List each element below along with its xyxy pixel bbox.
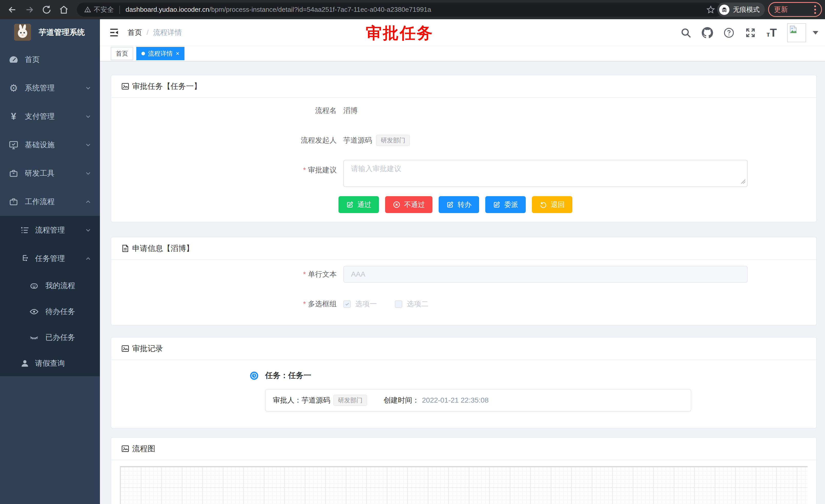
process-name-label: 流程名: [111, 100, 336, 121]
sidebar-item-label: 我的流程: [45, 281, 75, 291]
process-name-value: 滔博: [343, 106, 358, 115]
transfer-button[interactable]: 转办: [439, 196, 479, 213]
edit-icon: [493, 201, 501, 208]
avatar-dropdown-caret[interactable]: [813, 31, 818, 34]
breadcrumb-current: 流程详情: [153, 28, 182, 37]
sidebar-item-home[interactable]: 首页: [0, 45, 100, 74]
browser-forward-icon[interactable]: [24, 5, 34, 15]
security-label: 不安全: [94, 5, 114, 14]
sidebar-item-label: 待办任务: [45, 307, 75, 317]
sidebar-item-leave-query[interactable]: 请假查询: [0, 350, 100, 376]
incognito-badge: 无痕模式: [717, 3, 765, 17]
search-icon[interactable]: [680, 27, 691, 38]
chevron-down-icon: [85, 170, 92, 177]
broken-image-icon: [789, 25, 798, 34]
navbar-actions: тT: [680, 19, 818, 46]
sidebar-item-devtools[interactable]: 研发工具: [0, 159, 100, 187]
dept-tag: 研发部门: [376, 135, 410, 146]
breadcrumb-home[interactable]: 首页: [128, 28, 142, 37]
return-button[interactable]: 退回: [532, 196, 572, 213]
initiator-value: 芋道源码 研发部门: [343, 135, 410, 146]
browser-toolbar: 不安全 dashboard.yudao.iocoder.cn/bpm/proce…: [0, 0, 825, 19]
diagram-card-header: 流程图: [111, 438, 816, 460]
tags-view-bar: 首页 流程详情 ×: [100, 46, 825, 62]
user-avatar[interactable]: [787, 23, 806, 42]
tab-home[interactable]: 首页: [111, 47, 133, 60]
initiator-name: 芋道源码: [343, 136, 372, 145]
reject-button[interactable]: 不通过: [385, 196, 433, 213]
chevron-down-icon: [85, 113, 92, 120]
font-size-icon[interactable]: тT: [766, 26, 777, 39]
sidebar-item-label: 研发工具: [25, 168, 55, 178]
approve-card-header: 审批任务【任务一】: [111, 75, 816, 98]
tab-close-icon[interactable]: ×: [176, 50, 179, 57]
bookmark-star-icon[interactable]: [706, 5, 715, 14]
delegate-button[interactable]: 委派: [485, 196, 526, 213]
sidebar-item-todo-tasks[interactable]: 待办任务: [0, 299, 100, 325]
clock-icon: [250, 371, 258, 380]
annotation-approve-task: 审批任务: [366, 22, 434, 44]
help-icon[interactable]: [723, 27, 735, 38]
comment-label: *审批建议: [111, 160, 336, 180]
sidebar-item-task-mgmt[interactable]: 任务管理: [0, 244, 100, 273]
form-row-comment: *审批建议: [111, 160, 816, 187]
sidebar-item-workflow[interactable]: 工作流程: [0, 187, 100, 216]
sidebar-item-my-process[interactable]: 我的流程: [0, 273, 100, 299]
address-bar[interactable]: 不安全 dashboard.yudao.iocoder.cn/bpm/proce…: [77, 3, 723, 17]
card-title: 申请信息【滔博】: [132, 243, 194, 254]
resize-grip-icon[interactable]: [741, 179, 746, 184]
sidebar-item-label: 系统管理: [25, 83, 55, 93]
browser-back-icon[interactable]: [7, 5, 17, 15]
gear-icon: ⚙: [8, 82, 19, 94]
chevron-down-icon: [85, 85, 92, 92]
sidebar-item-label: 已办任务: [45, 332, 75, 343]
eye-open-icon: [28, 306, 40, 317]
comment-textarea[interactable]: [343, 160, 748, 187]
sidebar-item-process-mgmt[interactable]: 流程管理: [0, 216, 100, 244]
sidebar-item-done-tasks[interactable]: 已办任务: [0, 325, 100, 350]
sidebar-item-system[interactable]: ⚙ 系统管理: [0, 74, 100, 102]
chevron-up-icon: [85, 255, 92, 262]
card-title: 流程图: [132, 443, 155, 454]
sidebar-item-payment[interactable]: ¥ 支付管理: [0, 102, 100, 131]
checkbox-option-2: 选项二: [395, 299, 428, 309]
browser-menu-icon[interactable]: [814, 5, 816, 14]
card-title: 审批任务【任务一】: [132, 81, 201, 92]
checkbox-unchecked-icon: [395, 301, 402, 308]
bpmn-canvas[interactable]: [120, 467, 808, 504]
navbar: 首页 / 流程详情 审批任务 тT: [100, 19, 825, 46]
security-chip[interactable]: 不安全: [84, 5, 114, 14]
sidebar: 芋道管理系统 首页 ⚙ 系统管理 ¥ 支付管理 基础设施 研发工具 工作流程 流…: [0, 19, 100, 504]
approve-button[interactable]: 通过: [339, 196, 379, 213]
breadcrumb: 首页 / 流程详情: [128, 28, 182, 37]
tab-label: 流程详情: [148, 50, 173, 58]
browser-reload-icon[interactable]: [42, 5, 52, 15]
browser-home-icon[interactable]: [59, 5, 69, 15]
sidebar-item-infra[interactable]: 基础设施: [0, 131, 100, 159]
checkbox-group: 选项一 选项二: [343, 299, 428, 309]
app-logo[interactable]: 芋道管理系统: [0, 19, 100, 45]
browser-update-button[interactable]: 更新: [768, 2, 822, 17]
github-icon[interactable]: [702, 27, 713, 38]
main-content: 审批任务【任务一】 流程名 滔博 流程发起人 芋道源码 研发部门 *审批建议: [100, 62, 825, 504]
single-text-input: [343, 266, 748, 283]
sidebar-item-label: 流程管理: [35, 225, 65, 235]
chevron-up-icon: [85, 198, 92, 205]
sidebar-collapse-icon[interactable]: [108, 27, 120, 38]
checkbox-checked-icon: [343, 301, 351, 308]
initiator-label: 流程发起人: [111, 130, 336, 151]
incognito-icon: [719, 5, 730, 15]
sidebar-item-label: 工作流程: [25, 197, 55, 207]
update-label: 更新: [774, 5, 788, 14]
single-text-control: [343, 266, 748, 283]
logo-avatar: [14, 24, 31, 41]
fullscreen-icon[interactable]: [745, 27, 756, 38]
dept-tag: 研发部门: [333, 395, 367, 406]
document-icon: [121, 244, 130, 253]
tab-process-detail[interactable]: 流程详情 ×: [136, 47, 184, 60]
sidebar-item-label: 支付管理: [25, 111, 55, 121]
task-title: 任务：任务一: [265, 370, 311, 381]
required-star: *: [303, 166, 306, 174]
incognito-label: 无痕模式: [733, 5, 760, 14]
yen-icon: ¥: [8, 111, 19, 122]
